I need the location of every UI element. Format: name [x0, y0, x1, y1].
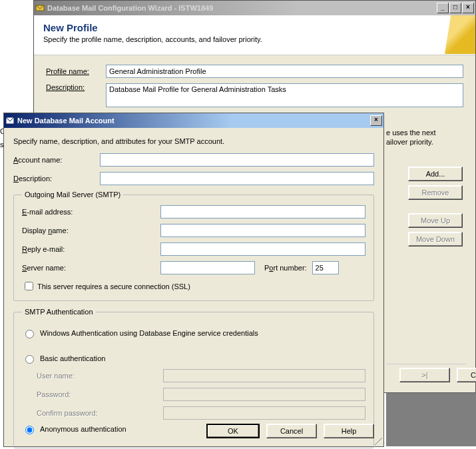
auth-windows-label: Windows Authentication using Database En… [40, 329, 258, 337]
account-description-input[interactable] [100, 172, 374, 185]
dialog-body: Specify name, description, and attribute… [4, 128, 383, 446]
display-name-input[interactable] [160, 224, 365, 237]
move-up-button[interactable]: Move Up [408, 213, 463, 228]
account-name-label: Account name: [13, 156, 100, 164]
add-button[interactable]: Add... [408, 167, 463, 181]
auth-basic-label: Basic authentication [40, 354, 105, 362]
account-side-buttons: Add... Remove Move Up Move Down [408, 167, 463, 246]
basic-confirm-label: Confirm password: [37, 409, 163, 417]
basic-pass-input [163, 388, 365, 401]
dialog-instruction: Specify name, description, and attribute… [13, 137, 374, 145]
next-button[interactable]: >| [399, 368, 450, 382]
profile-name-label: Profile name: [46, 67, 106, 75]
email-input[interactable] [160, 205, 365, 219]
auth-anon-label: Anonymous authentication [40, 425, 126, 433]
dialog-close-button[interactable]: × [370, 115, 382, 126]
wizard-titlebar[interactable]: Database Mail Configuration Wizard - IST… [34, 1, 475, 15]
wizard-title: Database Mail Configuration Wizard - IST… [47, 4, 437, 12]
wizard-header: New Profile Specify the profile name, de… [34, 15, 475, 55]
basic-confirm-input [163, 406, 365, 420]
auth-basic-radio[interactable] [25, 355, 34, 364]
port-input[interactable] [312, 261, 339, 274]
auth-legend: SMTP Authentication [22, 308, 96, 316]
server-name-input[interactable] [160, 261, 255, 274]
wizard-cancel-button[interactable]: Cancel [457, 368, 476, 382]
basic-pass-label: Password: [37, 390, 163, 398]
ssl-checkbox[interactable] [25, 282, 33, 290]
display-name-label: Display name: [22, 226, 160, 234]
remove-button[interactable]: Remove [408, 185, 463, 200]
resize-grip[interactable] [373, 436, 382, 445]
dialog-titlebar[interactable]: New Database Mail Account × [4, 113, 383, 128]
account-dialog: New Database Mail Account × Specify name… [3, 113, 384, 447]
profile-description-input[interactable] [106, 83, 463, 107]
basic-user-label: User name: [37, 372, 163, 380]
auth-anon-radio[interactable] [25, 426, 34, 434]
ssl-label: This server requires a secure connection… [37, 282, 190, 290]
help-button[interactable]: Help [324, 424, 374, 438]
dialog-cancel-button[interactable]: Cancel [266, 424, 317, 438]
parent-dark-area [386, 393, 476, 446]
move-down-button[interactable]: Move Down [408, 232, 463, 246]
smtp-legend: Outgoing Mail Server (SMTP) [22, 191, 123, 199]
wizard-header-subtitle: Specify the profile name, description, a… [43, 35, 466, 43]
smtp-fieldset: Outgoing Mail Server (SMTP) E-mail addre… [13, 191, 374, 301]
reply-email-input[interactable] [160, 242, 365, 256]
minimize-button[interactable]: _ [437, 3, 449, 13]
close-button[interactable]: × [462, 3, 474, 13]
hint-text-right: e uses the next ailover priority. [386, 128, 459, 147]
dialog-title-icon [5, 116, 15, 125]
auth-windows-radio[interactable] [25, 330, 34, 338]
reply-email-label: Reply e-mail: [22, 245, 160, 253]
wizard-title-icon [35, 3, 45, 13]
header-artwork [445, 15, 475, 54]
profile-description-label: Description: [46, 83, 106, 91]
maximize-button[interactable]: □ [449, 3, 461, 13]
server-name-label: Server name: [22, 264, 160, 272]
basic-user-input [163, 369, 365, 382]
ok-button[interactable]: OK [206, 424, 260, 438]
profile-name-input[interactable] [106, 65, 463, 78]
wizard-header-title: New Profile [43, 22, 466, 33]
account-description-label: Description: [13, 175, 100, 183]
port-label: Port number: [264, 264, 307, 272]
account-name-input[interactable] [100, 153, 374, 167]
dialog-title: New Database Mail Account [17, 117, 370, 125]
email-label: E-mail address: [22, 208, 160, 216]
